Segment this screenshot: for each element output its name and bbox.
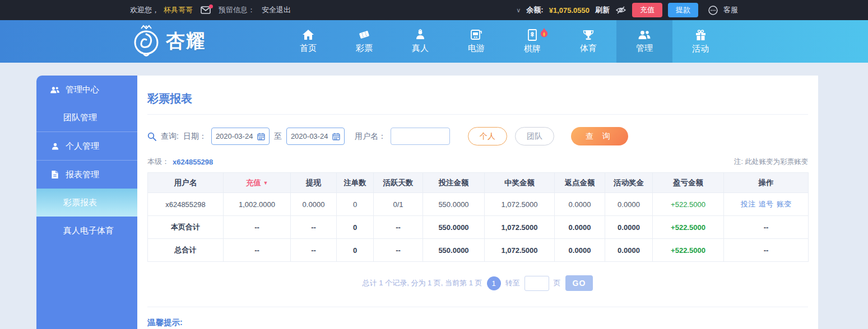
team-filter-button[interactable]: 团队 — [515, 127, 554, 145]
table-header-row: 用户名 充值 ▼ 提现 注单数 活跃天数 投注金额 中奖金额 返点金额 活动奖金… — [148, 173, 809, 193]
eye-slash-icon[interactable] — [615, 6, 626, 15]
col-active-days: 活跃天数 — [374, 173, 423, 193]
to-label: 至 — [274, 131, 282, 142]
content-card: 彩票报表 查询: 日期： 至 用户名： 个人 团队 查 询 本级： x6 — [137, 76, 818, 329]
date-from-box — [211, 128, 270, 145]
personal-filter-button[interactable]: 个人 — [468, 127, 507, 145]
account-change-link[interactable]: 账变 — [777, 200, 791, 208]
goto-label: 转至 — [505, 278, 520, 288]
nav-item-manage[interactable]: 管理 — [616, 20, 672, 63]
pagination: 总计 1 个记录, 分为 1 页, 当前第 1 页 1 转至 页 GO — [147, 275, 808, 291]
table-row-grand-total: 总合计 -- -- 0 -- 550.0000 1,072.5000 0.000… — [148, 239, 809, 262]
reserved-info-label: 预留信息： — [219, 5, 255, 15]
level-username-link[interactable]: x624855298 — [173, 158, 213, 166]
home-icon — [302, 29, 314, 40]
topbar-username[interactable]: 杯具哥哥 — [164, 5, 193, 15]
username-input[interactable] — [391, 128, 450, 145]
balance-label: 余额: — [526, 5, 543, 15]
balance-chevron-icon[interactable]: ∨ — [516, 7, 521, 14]
topbar: 欢迎您， 杯具哥哥 预留信息： 安全退出 ∨ 余额: ¥1,075.0550 刷… — [0, 0, 868, 20]
refresh-button[interactable]: 刷新 — [595, 5, 610, 15]
balance-value: ¥1,075.0550 — [549, 6, 590, 15]
nav-item-live[interactable]: 真人 — [392, 20, 448, 63]
sidebar-item-live-esports[interactable]: 真人电子体育 — [36, 217, 137, 245]
account-note: 注: 此处账变为彩票账变 — [734, 157, 808, 167]
bet-detail-link[interactable]: 投注 — [741, 200, 755, 208]
tips-title: 温馨提示: — [147, 317, 808, 328]
page-number-badge[interactable]: 1 — [487, 276, 501, 290]
date-to-box — [286, 128, 345, 145]
sidebar: 管理中心 团队管理 个人管理 报表管理 彩票报表 真人电子体育 — [36, 76, 137, 329]
query-label: 查询: — [161, 131, 179, 142]
customer-service-icon — [708, 6, 718, 15]
col-recharge-sortable[interactable]: 充值 ▼ — [224, 173, 291, 193]
nav-item-lottery[interactable]: 彩票 — [336, 20, 392, 63]
nav-item-chess[interactable]: 棋牌 — [504, 20, 560, 63]
date-from-input[interactable] — [216, 132, 256, 140]
welcome-text: 欢迎您， — [130, 5, 159, 15]
pagination-summary: 总计 1 个记录, 分为 1 页, 当前第 1 页 — [363, 278, 482, 288]
gift-icon — [695, 29, 707, 41]
col-bet-amount: 投注金额 — [423, 173, 485, 193]
person-icon — [50, 142, 60, 151]
sidebar-item-personal-manage[interactable]: 个人管理 — [36, 132, 137, 160]
calendar-icon[interactable] — [332, 133, 340, 140]
mail-badge-dot — [209, 4, 213, 8]
main-area: 管理中心 团队管理 个人管理 报表管理 彩票报表 真人电子体育 彩票报表 查询:… — [0, 63, 868, 329]
customer-service-link[interactable]: 客服 — [723, 5, 738, 15]
search-icon — [147, 132, 156, 141]
sidebar-item-manage-center[interactable]: 管理中心 — [36, 76, 137, 104]
query-bar: 查询: 日期： 至 用户名： 个人 团队 查 询 — [147, 127, 808, 145]
logo-emblem-icon — [130, 24, 163, 59]
logout-link[interactable]: 安全退出 — [262, 5, 291, 15]
col-activity-bonus: 活动奖金 — [605, 173, 653, 193]
col-withdraw: 提现 — [291, 173, 337, 193]
row-actions: 投注追号账变 — [724, 193, 809, 216]
bottom-divider — [147, 307, 808, 307]
nav-item-egame[interactable]: 电游 — [448, 20, 504, 63]
nav-item-sports[interactable]: 体育 — [560, 20, 616, 63]
users-icon — [50, 86, 60, 94]
site-logo[interactable]: 杏耀 — [130, 24, 206, 59]
go-button[interactable]: GO — [565, 275, 593, 291]
col-rebate-amount: 返点金额 — [555, 173, 605, 193]
mahjong-icon — [528, 29, 537, 41]
page-unit-label: 页 — [554, 278, 561, 288]
col-bet-count: 注单数 — [337, 173, 374, 193]
nav-item-activity[interactable]: 活动 — [672, 20, 728, 63]
title-divider — [147, 114, 808, 115]
calendar-icon[interactable] — [257, 133, 265, 140]
manage-users-icon — [638, 29, 651, 40]
sidebar-item-report-manage[interactable]: 报表管理 — [36, 161, 137, 189]
logo-text: 杏耀 — [166, 29, 206, 54]
date-to-input[interactable] — [291, 132, 331, 140]
level-label: 本级： — [147, 157, 169, 167]
report-file-icon — [50, 170, 60, 179]
withdraw-button[interactable]: 提款 — [668, 3, 698, 17]
date-label: 日期： — [183, 131, 207, 142]
nav-item-home[interactable]: 首页 — [280, 20, 336, 63]
mail-icon[interactable] — [201, 6, 211, 14]
sort-caret-icon: ▼ — [263, 180, 268, 186]
page-title: 彩票报表 — [147, 91, 808, 106]
slot-machine-icon — [470, 29, 482, 40]
query-submit-button[interactable]: 查 询 — [571, 127, 628, 145]
live-person-icon — [415, 29, 426, 40]
table-row-page-total: 本页合计 -- -- 0 -- 550.0000 1,072.5000 0.00… — [148, 216, 809, 239]
report-table: 用户名 充值 ▼ 提现 注单数 活跃天数 投注金额 中奖金额 返点金额 活动奖金… — [147, 172, 809, 262]
hot-flame-icon — [540, 28, 548, 37]
sidebar-item-team-manage[interactable]: 团队管理 — [36, 104, 137, 131]
col-win-amount: 中奖金额 — [485, 173, 555, 193]
col-actions: 操作 — [724, 173, 809, 193]
col-username: 用户名 — [148, 173, 224, 193]
chase-number-link[interactable]: 追号 — [759, 200, 773, 208]
trophy-icon — [582, 29, 595, 40]
ticket-icon — [358, 29, 370, 40]
level-row: 本级： x624855298 注: 此处账变为彩票账变 — [147, 157, 808, 167]
navbar: 杏耀 首页 彩票 真人 电游 棋牌 — [0, 20, 868, 63]
goto-page-input[interactable] — [524, 276, 549, 291]
table-row-user: x624855298 1,002.0000 0.0000 0 0/1 550.0… — [148, 193, 809, 216]
main-nav: 首页 彩票 真人 电游 棋牌 体育 — [280, 20, 728, 63]
recharge-button[interactable]: 充值 — [632, 3, 662, 17]
sidebar-item-lottery-report[interactable]: 彩票报表 — [36, 189, 137, 217]
